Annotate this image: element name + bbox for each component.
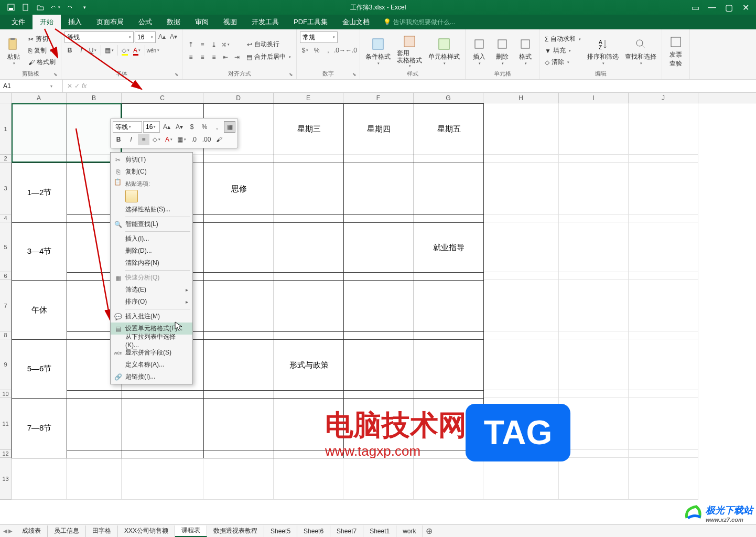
minimize-icon[interactable]: — <box>704 1 720 14</box>
ctx-insert-comment[interactable]: 💬插入批注(M) <box>111 310 192 323</box>
name-box-dropdown-icon[interactable]: ▾ <box>47 84 56 89</box>
cell[interactable] <box>204 215 274 223</box>
row-header[interactable]: 7 <box>0 280 11 331</box>
row-header[interactable]: 5 <box>0 222 11 272</box>
dialog-launcher-icon[interactable]: ⬊ <box>289 72 295 78</box>
cell[interactable] <box>344 340 414 391</box>
wrap-text-button[interactable]: ↩自动换行 <box>244 39 293 50</box>
italic-icon[interactable]: I <box>125 134 137 145</box>
tab-review[interactable]: 审阅 <box>188 15 216 29</box>
cell[interactable] <box>344 223 414 273</box>
row-header[interactable]: 9 <box>0 339 11 390</box>
percent-icon[interactable]: % <box>311 45 322 56</box>
row-header[interactable]: 2 <box>0 155 11 163</box>
column-header[interactable]: F <box>343 93 414 103</box>
cell[interactable] <box>274 399 344 450</box>
decrease-decimal-icon[interactable]: ←.0 <box>346 45 357 56</box>
cell[interactable] <box>274 223 344 273</box>
increase-font-icon[interactable]: A▴ <box>157 31 167 42</box>
close-icon[interactable]: ✕ <box>737 1 754 14</box>
sheet-tab[interactable]: 课程表 <box>175 525 207 537</box>
ctx-cut[interactable]: ✂剪切(T) <box>111 154 192 166</box>
formula-input[interactable] <box>91 80 756 92</box>
cell[interactable] <box>414 215 484 223</box>
tab-developer[interactable]: 开发工具 <box>244 15 286 29</box>
row-header[interactable]: 6 <box>0 272 11 280</box>
maximize-icon[interactable]: ▢ <box>720 1 737 14</box>
new-icon[interactable] <box>19 1 33 14</box>
column-header[interactable]: E <box>274 93 343 103</box>
ctx-insert[interactable]: 插入(I)... <box>111 233 192 245</box>
cell[interactable] <box>204 399 274 450</box>
tab-home[interactable]: 开始 <box>33 15 61 29</box>
merge-center-button[interactable]: ▤合并后居中▾ <box>244 52 293 62</box>
cell[interactable] <box>344 332 414 340</box>
row-header[interactable]: 1 <box>0 103 11 155</box>
cell[interactable] <box>414 155 484 163</box>
cell[interactable] <box>67 391 122 399</box>
sheet-tab[interactable]: Sheet7 <box>330 525 363 537</box>
sheet-nav[interactable]: ◀▶ <box>0 528 16 534</box>
find-select-button[interactable]: 查找和选择▾ <box>623 35 658 67</box>
sheet-tab[interactable]: XXX公司销售额 <box>118 525 175 537</box>
sheet-tab[interactable]: 员工信息 <box>48 525 86 537</box>
border-icon[interactable]: ▦▾ <box>104 45 114 56</box>
cell[interactable] <box>12 155 67 163</box>
cell[interactable] <box>274 281 344 332</box>
row-header[interactable]: 12 <box>0 450 11 458</box>
cell[interactable] <box>67 399 122 450</box>
cell[interactable] <box>344 273 414 281</box>
ctx-paste-option[interactable] <box>111 189 192 203</box>
mini-font-combo[interactable]: 等线▾ <box>113 121 142 133</box>
border-icon[interactable]: ▦▾ <box>176 134 187 145</box>
ctx-paste-special[interactable]: 选择性粘贴(S)... <box>111 203 192 216</box>
column-header[interactable]: A <box>12 93 67 103</box>
font-name-combo[interactable]: 等线▾ <box>64 31 134 43</box>
cell[interactable] <box>414 281 484 332</box>
cell[interactable] <box>344 399 414 450</box>
cell[interactable] <box>204 273 274 281</box>
cell[interactable]: 形式与政策 <box>274 340 344 391</box>
tell-me-search[interactable]: 💡 告诉我您想要做什么... <box>383 15 455 29</box>
font-color-icon[interactable]: A▾ <box>132 45 142 56</box>
comma-icon[interactable]: , <box>211 121 223 133</box>
name-box-input[interactable] <box>0 82 47 90</box>
nav-next-icon[interactable]: ▶ <box>8 528 13 534</box>
fill-color-icon[interactable]: ◇▾ <box>120 45 131 56</box>
column-header[interactable]: H <box>483 93 559 103</box>
tab-insert[interactable]: 插入 <box>61 15 89 29</box>
cell[interactable] <box>274 215 344 223</box>
cell[interactable] <box>274 273 344 281</box>
ctx-smart-find[interactable]: 🔍智能查找(L) <box>111 218 192 230</box>
qat-customize-icon[interactable]: ▾ <box>78 1 91 14</box>
cell[interactable] <box>414 332 484 340</box>
cell[interactable] <box>344 281 414 332</box>
increase-decimal-icon[interactable]: .0→ <box>334 45 345 56</box>
ctx-show-pinyin[interactable]: wén显示拼音字段(S) <box>111 347 192 359</box>
format-painter-button[interactable]: 🖌格式刷 <box>26 57 58 68</box>
sheet-tab[interactable]: Sheet6 <box>297 525 330 537</box>
cell[interactable] <box>204 450 274 458</box>
invoice-check-button[interactable]: 发票 查验 <box>665 33 686 69</box>
sheet-tab[interactable]: 数据透视表教程 <box>207 525 264 537</box>
name-box[interactable]: ▾ <box>0 80 63 92</box>
format-painter-icon[interactable]: 🖌 <box>213 134 225 145</box>
cell[interactable] <box>344 163 414 215</box>
cell[interactable]: 星期五 <box>414 104 484 155</box>
font-color-icon[interactable]: A▾ <box>163 134 175 145</box>
underline-icon[interactable]: U▾ <box>88 45 98 56</box>
font-size-combo[interactable]: 16▾ <box>135 31 156 43</box>
sheet-tab[interactable]: 田字格 <box>86 525 118 537</box>
cell[interactable] <box>204 155 274 163</box>
schedule-table[interactable]: 星期三星期四星期五1—2节思修3—4节就业指导午休5—6节形式与政策7—8节 <box>12 103 484 458</box>
cell[interactable] <box>414 450 484 458</box>
sheet-tab[interactable]: Sheet5 <box>264 525 297 537</box>
decrease-font-icon[interactable]: A▾ <box>168 31 179 42</box>
ctx-define-name[interactable]: 定义名称(A)... <box>111 359 192 371</box>
cell[interactable] <box>414 340 484 391</box>
italic-icon[interactable]: I <box>76 45 87 56</box>
dialog-launcher-icon[interactable]: ⬊ <box>352 72 359 78</box>
cell[interactable] <box>67 450 122 458</box>
sort-filter-button[interactable]: AZ排序和筛选▾ <box>585 35 621 67</box>
select-all-corner[interactable] <box>0 93 12 103</box>
